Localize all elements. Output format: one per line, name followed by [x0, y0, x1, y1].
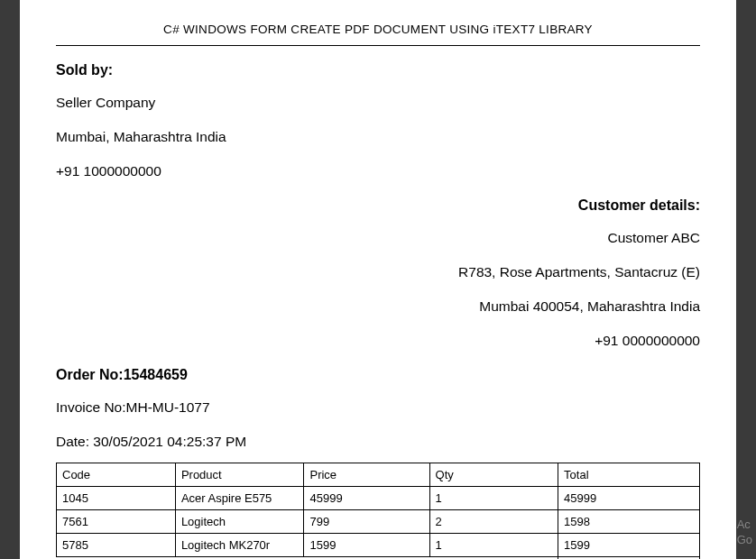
cell-price: 1599	[304, 534, 429, 557]
table-row: 7561 Logitech 799 2 1598	[57, 510, 700, 534]
order-no-label: Order No:	[56, 367, 124, 382]
cell-code: 5785	[57, 534, 176, 557]
pdf-page: C# WINDOWS FORM CREATE PDF DOCUMENT USIN…	[20, 0, 736, 559]
items-table: Code Product Price Qty Total 1045 Acer A…	[56, 463, 700, 559]
invoice-no-value: MH-MU-1077	[126, 399, 210, 415]
watermark: Ac Go	[737, 518, 752, 548]
customer-phone: +91 0000000000	[56, 333, 700, 349]
customer-details-label: Customer details:	[56, 197, 700, 214]
cell-product: Logitech	[175, 510, 304, 534]
table-row: 1045 Acer Aspire E575 45999 1 45999	[57, 487, 700, 510]
sold-by-label: Sold by:	[56, 62, 700, 78]
date-label: Date:	[56, 434, 93, 449]
cell-code: 7561	[57, 510, 176, 534]
order-no: Order No:15484659	[56, 367, 700, 383]
col-header-qty: Qty	[429, 463, 558, 487]
cell-qty: 1	[429, 487, 558, 510]
col-header-total: Total	[558, 463, 700, 487]
seller-address: Mumbai, Maharashtra India	[56, 129, 700, 145]
col-header-price: Price	[304, 463, 429, 487]
customer-name: Customer ABC	[56, 230, 700, 246]
col-header-product: Product	[175, 463, 304, 487]
col-header-code: Code	[57, 463, 176, 487]
cell-total: 45999	[558, 487, 700, 510]
cell-price: 799	[304, 510, 429, 534]
order-no-value: 15484659	[124, 367, 188, 382]
table-header-row: Code Product Price Qty Total	[57, 463, 700, 487]
cell-qty: 2	[429, 510, 558, 534]
cell-qty: 1	[429, 534, 558, 557]
seller-phone: +91 1000000000	[56, 163, 700, 179]
watermark-line-2: Go	[737, 533, 752, 548]
customer-block: Customer details: Customer ABC R783, Ros…	[56, 197, 700, 349]
document-title: C# WINDOWS FORM CREATE PDF DOCUMENT USIN…	[56, 23, 700, 36]
invoice-no-label: Invoice No:	[56, 399, 126, 415]
cell-product: Logitech MK270r	[175, 534, 304, 557]
invoice-no: Invoice No:MH-MU-1077	[56, 399, 700, 416]
watermark-line-1: Ac	[737, 518, 752, 533]
cell-total: 1599	[558, 534, 700, 557]
table-row: 5785 Logitech MK270r 1599 1 1599	[57, 534, 700, 557]
seller-company: Seller Company	[56, 95, 700, 111]
customer-address-2: Mumbai 400054, Maharashtra India	[56, 298, 700, 315]
title-divider	[56, 45, 700, 46]
cell-code: 1045	[57, 487, 176, 510]
date-line: Date: 30/05/2021 04:25:37 PM	[56, 434, 700, 450]
cell-price: 45999	[304, 487, 429, 510]
cell-product: Acer Aspire E575	[175, 487, 304, 510]
cell-total: 1598	[558, 510, 700, 534]
customer-address-1: R783, Rose Apartments, Santacruz (E)	[56, 264, 700, 280]
date-value: 30/05/2021 04:25:37 PM	[93, 434, 246, 449]
